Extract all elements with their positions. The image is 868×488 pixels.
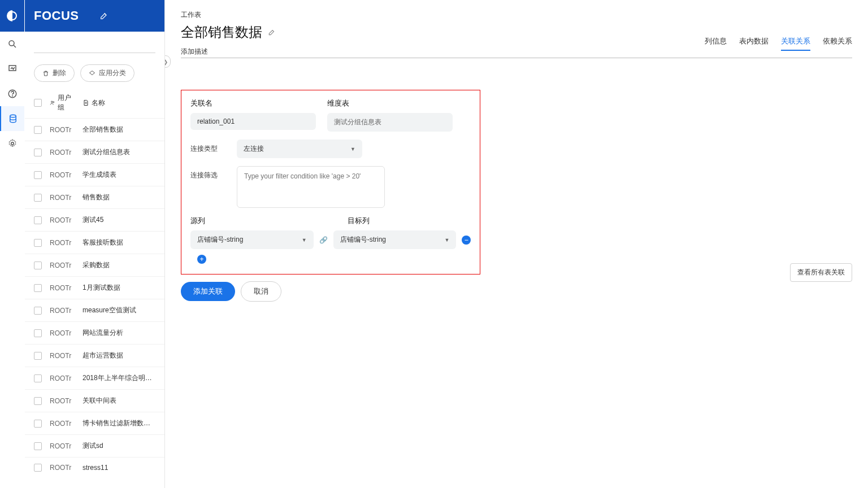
row-checkbox[interactable] bbox=[34, 126, 42, 134]
nav-search[interactable] bbox=[0, 32, 24, 56]
page-title: 全部销售数据 bbox=[181, 23, 262, 41]
nav-settings[interactable] bbox=[0, 131, 24, 156]
logo-icon bbox=[6, 9, 19, 23]
usergroup-icon bbox=[50, 99, 55, 106]
collapse-handle[interactable]: ❯ bbox=[165, 55, 171, 68]
cancel-button[interactable]: 取消 bbox=[241, 281, 281, 302]
row-checkbox[interactable] bbox=[34, 420, 42, 428]
table-row[interactable]: ROOTr测试45 bbox=[25, 208, 164, 231]
add-relation-button[interactable]: 添加关联 bbox=[181, 282, 235, 301]
board-icon bbox=[7, 64, 18, 74]
join-type-select[interactable]: 左连接 ▼ bbox=[237, 140, 362, 158]
target-column-select[interactable]: 店铺编号-string ▼ bbox=[333, 230, 457, 249]
row-name: 1月测试数据 bbox=[83, 283, 155, 293]
data-icon bbox=[8, 114, 18, 124]
source-column-value: 店铺编号-string bbox=[197, 235, 243, 245]
row-usergroup: ROOTr bbox=[50, 464, 75, 472]
table-row[interactable]: ROOTrstress11 bbox=[25, 457, 164, 478]
row-usergroup: ROOTr bbox=[50, 329, 75, 337]
row-checkbox[interactable] bbox=[34, 352, 42, 360]
tab-relations[interactable]: 关联关系 bbox=[781, 33, 810, 51]
row-checkbox[interactable] bbox=[34, 307, 42, 315]
svg-point-5 bbox=[10, 115, 16, 117]
relation-name-label: 关联名 bbox=[190, 98, 316, 108]
main-content: ❯ 工作表 全部销售数据 添加描述 列信息 表内数据 关联关系 依赖关系 关联名… bbox=[165, 0, 868, 488]
table-row[interactable]: ROOTr2018年上半年综合明细表 bbox=[25, 367, 164, 389]
table-row[interactable]: ROOTrmeasure空值测试 bbox=[25, 299, 164, 321]
edit-icon[interactable] bbox=[99, 11, 108, 20]
table-row[interactable]: ROOTr博卡销售过滤新增数据增量 bbox=[25, 412, 164, 434]
table-row[interactable]: ROOTr销售数据 bbox=[25, 186, 164, 208]
row-name: 2018年上半年综合明细表 bbox=[83, 373, 155, 383]
row-checkbox[interactable] bbox=[34, 284, 42, 292]
row-checkbox[interactable] bbox=[34, 442, 42, 450]
delete-button[interactable]: 删除 bbox=[34, 64, 75, 82]
row-name: 测试45 bbox=[83, 215, 155, 225]
row-checkbox[interactable] bbox=[34, 397, 42, 405]
table-row[interactable]: ROOTr关联中间表 bbox=[25, 389, 164, 412]
row-name: measure空值测试 bbox=[83, 306, 155, 315]
table-row[interactable]: ROOTr测试分组信息表 bbox=[25, 141, 164, 163]
breadcrumb[interactable]: 工作表 bbox=[181, 10, 852, 20]
row-checkbox[interactable] bbox=[34, 171, 42, 179]
add-mapping-button[interactable]: + bbox=[197, 255, 206, 264]
target-column-value: 店铺编号-string bbox=[340, 235, 386, 245]
tag-button[interactable]: 应用分类 bbox=[80, 64, 134, 82]
table-row[interactable]: ROOTr采购数据 bbox=[25, 254, 164, 276]
brand-text: FOCUS bbox=[34, 8, 79, 23]
tab-dependencies[interactable]: 依赖关系 bbox=[823, 33, 852, 51]
table-row[interactable]: ROOTr测试sd bbox=[25, 434, 164, 457]
nav-help[interactable] bbox=[0, 81, 24, 106]
svg-point-7 bbox=[51, 101, 53, 103]
row-checkbox[interactable] bbox=[34, 216, 42, 224]
row-usergroup: ROOTr bbox=[50, 262, 75, 269]
trash-icon bbox=[42, 70, 49, 77]
remove-mapping-button[interactable]: − bbox=[462, 236, 471, 245]
icon-nav bbox=[0, 0, 25, 488]
table-row[interactable]: ROOTr超市运营数据 bbox=[25, 344, 164, 367]
target-col-label: 目标列 bbox=[348, 216, 471, 226]
edit-title-icon[interactable] bbox=[268, 28, 276, 36]
dim-table-label: 维度表 bbox=[327, 98, 453, 108]
sidebar-divider bbox=[25, 32, 164, 56]
row-checkbox[interactable] bbox=[34, 239, 42, 247]
join-filter-input[interactable] bbox=[237, 166, 385, 208]
table-row[interactable]: ROOTr网站流量分析 bbox=[25, 321, 164, 344]
nav-board[interactable] bbox=[0, 56, 24, 81]
row-name: 全部销售数据 bbox=[83, 125, 155, 134]
row-usergroup: ROOTr bbox=[50, 420, 75, 428]
row-checkbox[interactable] bbox=[34, 149, 42, 156]
dim-table-field[interactable]: 测试分组信息表 bbox=[327, 113, 453, 132]
join-type-value: 左连接 bbox=[244, 144, 264, 154]
row-name: stress11 bbox=[83, 464, 155, 472]
search-icon bbox=[7, 39, 18, 49]
doc-icon bbox=[83, 99, 89, 106]
row-checkbox[interactable] bbox=[34, 194, 42, 202]
tab-columns[interactable]: 列信息 bbox=[705, 33, 727, 51]
table-row[interactable]: ROOTr客服接听数据 bbox=[25, 231, 164, 254]
row-checkbox[interactable] bbox=[34, 464, 42, 472]
help-icon bbox=[7, 89, 18, 99]
source-column-select[interactable]: 店铺编号-string ▼ bbox=[190, 230, 314, 249]
table-row[interactable]: ROOTr学生成绩表 bbox=[25, 163, 164, 186]
tag-icon bbox=[89, 70, 96, 77]
tab-data[interactable]: 表内数据 bbox=[739, 33, 769, 51]
table-row[interactable]: ROOTr1月测试数据 bbox=[25, 276, 164, 299]
view-all-relations-button[interactable]: 查看所有表关联 bbox=[790, 263, 852, 282]
tabs: 列信息 表内数据 关联关系 依赖关系 bbox=[705, 33, 852, 51]
chevron-down-icon: ▼ bbox=[350, 146, 355, 152]
chevron-down-icon: ▼ bbox=[444, 237, 449, 243]
row-name: 销售数据 bbox=[83, 193, 155, 202]
table-row[interactable]: ROOTr全部销售数据 bbox=[25, 118, 164, 141]
row-name: 超市运营数据 bbox=[83, 351, 155, 360]
relation-name-input[interactable] bbox=[190, 113, 316, 130]
row-usergroup: ROOTr bbox=[50, 126, 75, 134]
svg-point-8 bbox=[53, 102, 54, 103]
select-all-checkbox[interactable] bbox=[34, 99, 42, 107]
row-checkbox[interactable] bbox=[34, 329, 42, 337]
nav-data[interactable] bbox=[0, 106, 24, 131]
sidebar-header: FOCUS bbox=[25, 0, 164, 32]
row-checkbox[interactable] bbox=[34, 374, 42, 382]
row-usergroup: ROOTr bbox=[50, 171, 75, 179]
row-checkbox[interactable] bbox=[34, 262, 42, 269]
